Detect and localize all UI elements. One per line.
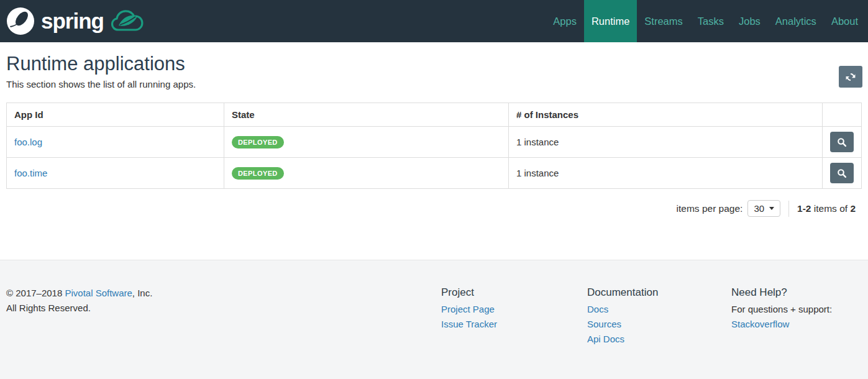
docs-link[interactable]: Docs (587, 302, 731, 317)
spring-logo-icon (6, 7, 35, 35)
table-row: foo.log DEPLOYED 1 instance (7, 127, 862, 158)
nav-item-streams[interactable]: Streams (637, 0, 690, 42)
footer-column-documentation: Documentation Docs Sources Api Docs (587, 286, 731, 347)
nav-item-analytics[interactable]: Analytics (768, 0, 824, 42)
view-details-button[interactable] (830, 132, 854, 152)
refresh-button[interactable] (839, 66, 862, 88)
main-content: Runtime applications This section shows … (0, 53, 868, 217)
instances-value: 1 instance (516, 137, 559, 147)
nav-item-about[interactable]: About (824, 0, 866, 42)
rights-line: All Rights Reserved. (6, 301, 441, 316)
page-title: Runtime applications (6, 53, 862, 75)
project-page-link[interactable]: Project Page (441, 302, 587, 317)
column-header-state: State (224, 103, 509, 127)
api-docs-link[interactable]: Api Docs (587, 332, 731, 347)
copyright-line: © 2017–2018 Pivotal Software, Inc. (6, 286, 441, 301)
table-row: foo.time DEPLOYED 1 instance (7, 158, 862, 189)
footer-column-help: Need Help? For questions + support: Stac… (731, 286, 862, 347)
sources-link[interactable]: Sources (587, 317, 731, 332)
stackoverflow-link[interactable]: Stackoverflow (731, 317, 862, 332)
spring-cloud-logo-icon (110, 8, 146, 34)
table-header-row: App Id State # of Instances (7, 103, 862, 127)
nav-item-tasks[interactable]: Tasks (690, 0, 731, 42)
footer-heading-need-help: Need Help? (731, 286, 862, 299)
nav-item-jobs[interactable]: Jobs (731, 0, 768, 42)
page-footer: © 2017–2018 Pivotal Software, Inc. All R… (0, 260, 868, 379)
state-badge: DEPLOYED (232, 167, 284, 180)
nav-item-runtime[interactable]: Runtime (584, 0, 637, 42)
column-header-instances: # of Instances (509, 103, 823, 127)
help-support-text: For questions + support: (731, 302, 862, 317)
chevron-down-icon (769, 207, 774, 210)
footer-heading-project: Project (441, 286, 587, 299)
range-value: 1-2 (797, 203, 811, 214)
magnifier-icon (837, 168, 847, 178)
copyright-prefix: © 2017–2018 (6, 288, 65, 298)
refresh-icon (845, 71, 856, 83)
magnifier-icon (837, 137, 847, 147)
state-badge: DEPLOYED (232, 136, 284, 148)
page-subtitle: This section shows the list of all runni… (6, 79, 862, 89)
instances-value: 1 instance (516, 168, 559, 178)
footer-column-project: Project Project Page Issue Tracker (441, 286, 587, 347)
footer-heading-documentation: Documentation (587, 286, 731, 299)
top-navbar: spring Apps Runtime Streams Tasks Jobs A… (0, 0, 868, 42)
view-details-button[interactable] (830, 163, 854, 183)
items-per-page-value: 30 (754, 203, 764, 214)
items-per-page-label: items per page: (677, 203, 743, 214)
main-navigation: Apps Runtime Streams Tasks Jobs Analytic… (546, 0, 868, 42)
app-id-link[interactable]: foo.log (14, 137, 42, 147)
pivotal-software-link[interactable]: Pivotal Software (65, 288, 132, 298)
copyright-suffix: , Inc. (132, 288, 153, 298)
pagination-bar: items per page: 30 1-2 items of 2 (12, 200, 856, 217)
items-per-page-select[interactable]: 30 (747, 200, 780, 217)
app-id-link[interactable]: foo.time (14, 168, 47, 178)
issue-tracker-link[interactable]: Issue Tracker (441, 317, 587, 332)
brand[interactable]: spring (6, 0, 146, 42)
brand-wordmark: spring (41, 9, 104, 34)
nav-item-apps[interactable]: Apps (546, 0, 584, 42)
range-middle-text: items of (811, 203, 850, 214)
pagination-divider (788, 201, 789, 217)
pagination-range-summary: 1-2 items of 2 (797, 203, 856, 214)
footer-copyright-block: © 2017–2018 Pivotal Software, Inc. All R… (6, 286, 441, 347)
column-header-actions (823, 103, 862, 127)
range-total: 2 (850, 203, 856, 214)
runtime-apps-table: App Id State # of Instances foo.log DEPL… (6, 103, 862, 189)
column-header-app-id: App Id (7, 103, 224, 127)
